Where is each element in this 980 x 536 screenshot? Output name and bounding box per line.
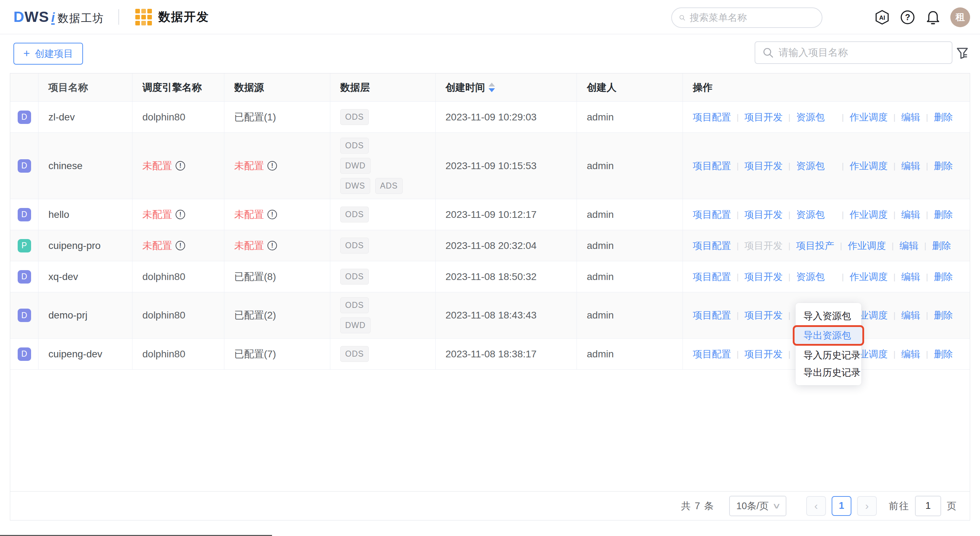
app-switcher[interactable]: 数据开发 [135,9,209,25]
project-row: Dhello未配置!未配置!ODS2023-11-09 10:12:17admi… [10,199,970,230]
menu-item[interactable]: 导入历史记录 [795,346,861,364]
next-page-button[interactable]: › [857,496,877,516]
project-filter[interactable] [755,41,953,64]
page-number-button[interactable]: 1 [832,496,851,516]
info-icon[interactable]: ! [176,161,185,171]
action-link[interactable]: 项目开发 [745,111,783,124]
action-link[interactable]: 项目开发 [745,271,783,283]
action-link[interactable]: 资源包 [796,160,824,172]
project-row: Dchinese未配置!未配置!ODSDWDDWSADS2023-11-09 1… [10,133,970,199]
notification-bell-icon[interactable] [925,9,941,25]
action-link[interactable]: 删除 [934,160,953,172]
sort-desc-icon[interactable] [488,88,495,92]
action-link[interactable]: 编辑 [901,111,920,124]
project-badge-cell: D [10,199,38,230]
action-link[interactable]: 删除 [934,111,953,124]
project-badge: D [18,111,31,124]
column-header-label: 操作 [693,81,713,94]
info-icon[interactable]: ! [176,241,185,251]
project-badge-cell: D [10,339,38,369]
action-link[interactable]: 编辑 [901,309,920,322]
action-link[interactable]: 作业调度 [850,271,888,283]
sort-asc-icon[interactable] [488,82,495,87]
action-link[interactable]: 删除 [934,309,953,322]
svg-text:AI: AI [879,14,885,21]
column-header-label: 数据源 [234,81,264,94]
menu-item[interactable]: 导出历史记录 [795,364,861,381]
action-link[interactable]: 作业调度 [848,239,886,252]
menu-item[interactable]: 导入资源包 [795,307,861,325]
action-separator: | [842,272,844,282]
page-size-select[interactable]: 10条/页 ∨ [729,496,786,516]
menu-search[interactable] [671,8,822,28]
action-link[interactable]: 删除 [934,271,953,283]
project-row: Dxq-devdolphin80已配置(8)ODS2023-11-08 18:5… [10,261,970,292]
data-layer-tags: ODSDWDDWSADS [340,138,404,194]
action-link[interactable]: 作业调度 [850,208,888,221]
action-link[interactable]: 资源包 [796,271,824,283]
sortable-column-header[interactable]: 创建时间 [436,73,577,101]
creator: admin [577,199,683,230]
data-layer-tag: DWS [340,178,370,194]
data-layer-tags: ODS [340,269,369,285]
action-link[interactable]: 项目配置 [693,348,731,360]
action-link[interactable]: 编辑 [901,271,920,283]
info-icon[interactable]: ! [267,241,277,251]
project-badge-cell: D [10,133,38,199]
project-name: cuipeng-dev [38,339,132,369]
action-link[interactable]: 项目投产 [796,239,834,252]
action-link[interactable]: 编辑 [899,239,918,252]
ai-assistant-icon[interactable]: AI [874,9,890,25]
created-time: 2023-11-08 20:32:04 [436,230,577,261]
action-link[interactable]: 编辑 [901,208,920,221]
action-link[interactable]: 删除 [934,208,953,221]
project-badge: D [18,309,31,322]
project-filter-input[interactable] [779,47,945,58]
action-link[interactable]: 资源包 [796,111,824,124]
column-header-label: 调度引擎名称 [142,81,202,94]
action-link[interactable]: 项目配置 [693,239,731,252]
action-separator: | [737,210,739,220]
datasource-status: 未配置! [224,230,330,261]
action-link[interactable]: 作业调度 [850,160,888,172]
action-link[interactable]: 删除 [932,239,951,252]
action-link[interactable]: 编辑 [901,160,920,172]
action-link[interactable]: 资源包 [796,208,824,221]
action-link[interactable]: 作业调度 [850,111,888,124]
goto-page-input[interactable] [915,496,941,516]
data-layer-tag: ODS [340,238,369,254]
action-separator: | [788,310,790,320]
action-link[interactable]: 项目配置 [693,208,731,221]
action-link[interactable]: 项目开发 [745,208,783,221]
create-project-button[interactable]: + 创建项目 [13,43,83,65]
user-avatar[interactable]: 租 [950,8,970,27]
action-link[interactable]: 项目配置 [693,271,731,283]
action-link[interactable]: 删除 [934,348,953,360]
filter-funnel-icon[interactable] [955,46,970,61]
menu-item-highlighted[interactable]: 导出资源包 [793,325,864,346]
brand-logo-text: D [13,8,24,25]
app-grid-icon [135,9,152,25]
action-link[interactable]: 编辑 [901,348,920,360]
action-link[interactable]: 项目配置 [693,309,731,322]
action-separator: | [737,310,739,320]
help-icon[interactable]: ? [899,9,916,25]
info-icon[interactable]: ! [267,210,277,219]
created-time: 2023-11-09 10:29:03 [436,102,577,132]
action-link[interactable]: 项目配置 [693,111,731,124]
menu-search-input[interactable] [690,13,815,23]
prev-page-button[interactable]: ‹ [806,496,826,516]
info-icon[interactable]: ! [176,210,185,219]
action-link[interactable]: 项目配置 [693,160,731,172]
plus-icon: + [23,48,30,59]
data-layers-cell: ODS [330,102,436,132]
info-icon[interactable]: ! [267,161,277,171]
action-link[interactable]: 项目开发 [745,309,783,322]
datasource-status-value: 已配置(8) [234,270,276,284]
project-name: xq-dev [38,261,132,292]
sort-carets-icon[interactable] [488,82,495,92]
project-name: zl-dev [38,102,132,132]
project-badge-cell: D [10,261,38,292]
action-link[interactable]: 项目开发 [745,160,783,172]
action-link[interactable]: 项目开发 [745,348,783,360]
